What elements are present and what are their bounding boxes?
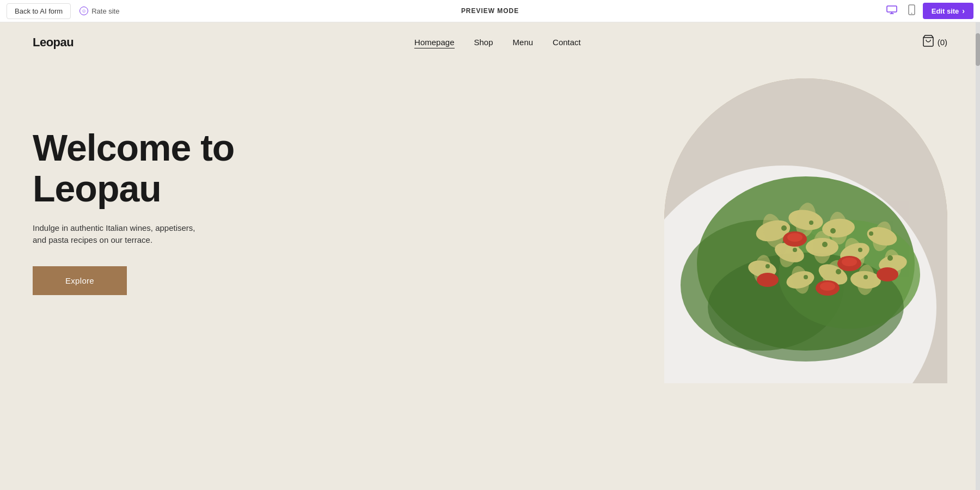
svg-point-41	[858, 248, 862, 252]
nav-item-homepage[interactable]: Homepage	[414, 38, 454, 47]
edit-site-label: Edit site	[932, 7, 959, 15]
svg-point-36	[781, 225, 787, 231]
svg-point-11	[708, 253, 904, 362]
nav-item-contact[interactable]: Contact	[553, 38, 581, 47]
desktop-view-button[interactable]	[883, 3, 901, 19]
hero-title-line1: Welcome to	[33, 127, 234, 168]
svg-point-44	[887, 255, 893, 261]
nav-link-homepage[interactable]: Homepage	[414, 38, 454, 48]
back-to-form-button[interactable]: Back to AI form	[7, 3, 71, 19]
edit-site-button[interactable]: Edit site ›	[923, 3, 973, 19]
nav-link-contact[interactable]: Contact	[553, 38, 581, 47]
nav-item-shop[interactable]: Shop	[474, 38, 493, 47]
rate-site-button[interactable]: ☺ Rate site	[75, 4, 124, 17]
edit-site-arrow: ›	[962, 7, 965, 15]
mobile-view-button[interactable]	[905, 2, 918, 20]
svg-point-55	[820, 282, 835, 291]
cart-icon	[922, 34, 935, 50]
svg-point-46	[804, 275, 808, 279]
svg-point-38	[830, 228, 836, 234]
food-image-svg	[664, 78, 947, 383]
cart-button[interactable]: (0)	[922, 34, 947, 50]
hero-section: Welcome to Leopau Indulge in authentic I…	[0, 62, 980, 482]
toolbar: Back to AI form ☺ Rate site PREVIEW MODE…	[0, 0, 980, 22]
hero-food-image	[664, 78, 947, 383]
svg-point-42	[765, 264, 770, 268]
svg-point-54	[842, 258, 857, 266]
toolbar-left: Back to AI form ☺ Rate site	[7, 3, 124, 19]
svg-point-40	[822, 242, 828, 247]
hero-subtitle: Indulge in authentic Italian wines, appe…	[33, 222, 196, 247]
site-preview: Leopau Homepage Shop Menu Contact	[0, 22, 980, 490]
scrollbar[interactable]	[976, 22, 980, 490]
nav-link-shop[interactable]: Shop	[474, 38, 493, 47]
svg-rect-0	[887, 6, 897, 12]
svg-point-4	[911, 13, 912, 14]
svg-point-39	[793, 248, 797, 252]
svg-point-50	[757, 273, 779, 287]
svg-point-45	[863, 275, 868, 279]
site-nav: Leopau Homepage Shop Menu Contact	[0, 22, 980, 62]
svg-point-37	[809, 220, 813, 225]
nav-links: Homepage Shop Menu Contact	[414, 38, 581, 47]
explore-button[interactable]: Explore	[33, 266, 127, 295]
nav-item-menu[interactable]: Menu	[513, 38, 534, 47]
svg-point-51	[877, 267, 898, 281]
rate-site-label: Rate site	[91, 7, 119, 15]
scrollbar-thumb[interactable]	[976, 33, 980, 66]
svg-point-47	[836, 269, 841, 274]
preview-mode-label: PREVIEW MODE	[461, 7, 519, 15]
svg-point-53	[787, 233, 803, 242]
nav-link-menu[interactable]: Menu	[513, 38, 534, 47]
rate-icon: ☺	[79, 7, 88, 15]
site-logo: Leopau	[33, 35, 74, 50]
svg-point-21	[813, 231, 831, 264]
cart-count: (0)	[938, 38, 947, 47]
hero-title-line2: Leopau	[33, 168, 161, 209]
toolbar-right: Edit site ›	[883, 2, 973, 20]
svg-point-43	[869, 231, 873, 236]
